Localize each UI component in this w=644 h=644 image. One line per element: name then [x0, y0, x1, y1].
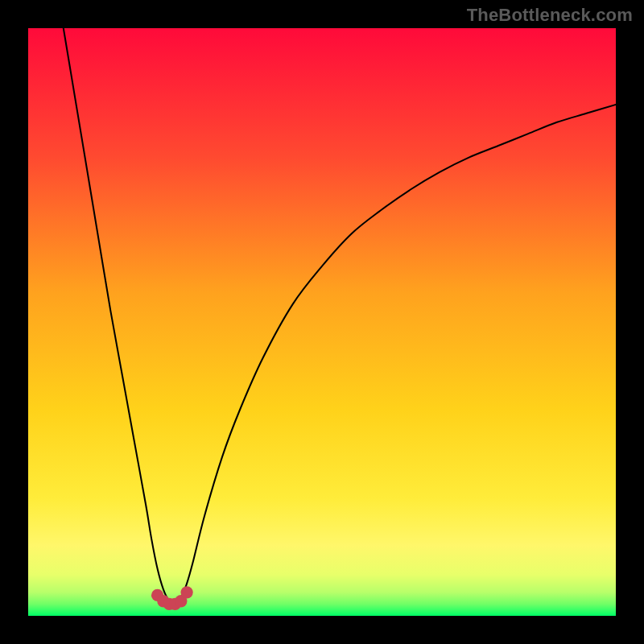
valley-marker [180, 586, 192, 598]
watermark-text: TheBottleneck.com [467, 5, 633, 26]
bottleneck-curve-chart [28, 28, 616, 616]
gradient-background [28, 28, 616, 616]
chart-frame: TheBottleneck.com [0, 0, 644, 644]
